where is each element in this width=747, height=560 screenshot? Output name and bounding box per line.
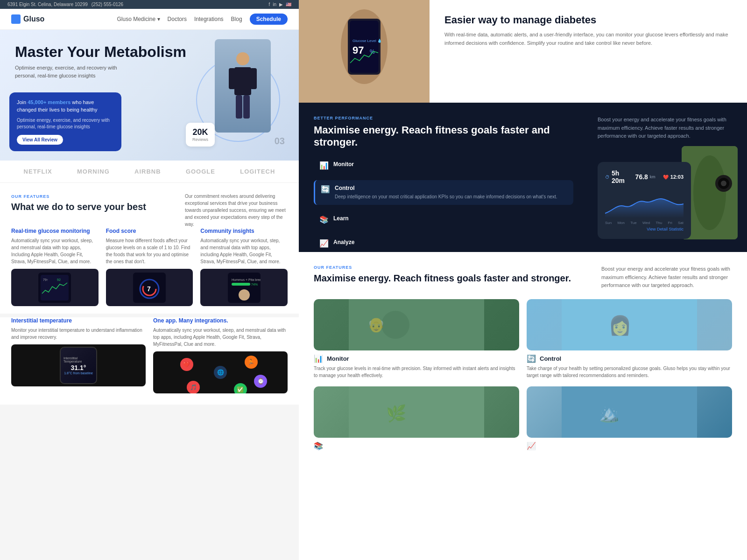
- logo-google: Google: [186, 168, 215, 175]
- nav-blog[interactable]: Blog: [231, 16, 242, 22]
- stats-chart: [605, 190, 684, 218]
- bottom-features: Interstitial temperature Monitor your in…: [0, 317, 299, 405]
- perf-item-analyze-title: Analyze: [333, 239, 354, 245]
- perf-item-learn-title: Learn: [333, 215, 349, 222]
- social-yt[interactable]: ▶: [279, 2, 283, 7]
- perf-item-learn[interactable]: 📚 Learn: [314, 210, 573, 229]
- feature2-monitor-img: 👴: [314, 299, 519, 350]
- feature2-control-img: 👩: [527, 299, 732, 350]
- perf-item-control[interactable]: 🔄 Control Deep intelligence on your most…: [314, 180, 573, 205]
- svg-point-0: [236, 52, 249, 65]
- phone: (252) 555-0126: [92, 2, 123, 7]
- feature-card-community-desc: Automatically sync your workout, step, a…: [200, 237, 288, 265]
- feature-card-glucose-desc: Automatically sync your workout, sleep, …: [11, 237, 99, 265]
- perf-item-analyze-content: Analyze: [333, 239, 354, 247]
- hero-badge: Join 45,000+ members who have changed th…: [9, 92, 121, 151]
- analyze-icon: 📈: [319, 239, 329, 248]
- svg-text:Hummus + Pita bread: Hummus + Pita bread: [232, 278, 261, 281]
- svg-rect-3: [250, 68, 257, 89]
- interstitial-temp: 31.1°: [71, 364, 86, 371]
- feature-interstitial: Interstitial temperature Monitor your in…: [11, 317, 146, 393]
- features-section: OUR FEATURES What we do to serve your be…: [0, 183, 299, 314]
- feature-card-glucose-img: 79↑ 92: [11, 269, 99, 306]
- hero-view-all-button[interactable]: View All Review: [17, 135, 63, 145]
- logo-icon: [11, 14, 21, 24]
- perf-content: BETTER PERFORMANCE Maximise energy. Reac…: [299, 103, 588, 252]
- perf-stats-wrapper: ⏱ 5h 20m 76.8 km ❤️ 12:03: [598, 146, 738, 239]
- svg-rect-5: [243, 95, 250, 119]
- feature-card-food-title: Food score: [106, 228, 193, 234]
- feature-card-community-img: Hummus + Pita bread 74%: [200, 269, 288, 306]
- hero-reviews-label: Reviews: [192, 137, 208, 142]
- feature-card-glucose-title: Real-time glucose monitoring: [11, 228, 99, 234]
- perf-item-learn-content: Learn: [333, 215, 349, 224]
- perf-item-control-content: Control Deep intelligence on your most c…: [335, 185, 557, 200]
- stats-day-thu: Thu: [655, 221, 662, 225]
- perf-item-monitor[interactable]: 📊 Monitor: [314, 156, 573, 175]
- perf-desc: Boost your energy and accelerate your fi…: [598, 116, 738, 140]
- monitor-icon: 📊: [319, 161, 329, 170]
- feature2-control-title: Control: [540, 355, 561, 362]
- perf-item-analyze[interactable]: 📈 Analyze: [314, 234, 573, 252]
- social-fb[interactable]: f: [268, 2, 270, 7]
- svg-rect-4: [236, 95, 242, 119]
- stat-distance-unit: km: [650, 175, 655, 179]
- nav-links: Gluso Medicine ▾ Doctors Integrations Bl…: [117, 14, 288, 25]
- feature2-card3-img: 🌿: [314, 386, 519, 438]
- int-circle-music: 🎵: [187, 381, 200, 393]
- perf-item-control-desc: Deep intelligence on your most critical …: [335, 193, 557, 200]
- feature2-monitor-icon: 📊: [314, 354, 323, 363]
- stat-time: ⏱ 5h 20m: [605, 169, 628, 184]
- social-in[interactable]: in: [273, 2, 276, 7]
- hero-slide-number: 03: [275, 136, 285, 147]
- svg-rect-16: [232, 283, 250, 286]
- logo-morning: MORNING: [77, 168, 110, 175]
- svg-text:Glucose Level 💧: Glucose Level 💧: [352, 38, 382, 43]
- feature2-control: 👩 🔄 Control Take charge of your health b…: [527, 299, 732, 379]
- stats-day-sat: Sat: [678, 221, 684, 225]
- nav-medicine[interactable]: Gluso Medicine ▾: [117, 16, 160, 22]
- features-grid: Real-time glucose monitoring Automatical…: [11, 228, 288, 306]
- perf-items: 📊 Monitor 🔄 Control Deep intelligence on…: [314, 156, 573, 252]
- hero-section: Master Your Metabolism Optimise energy, …: [0, 30, 299, 161]
- feature2-control-icon: 🔄: [527, 354, 536, 363]
- stat-heart-value: 12:03: [670, 174, 684, 180]
- perf-title: Maximise energy. Reach fitness goals fas…: [314, 124, 573, 149]
- perf-item-monitor-content: Monitor: [333, 161, 354, 169]
- stats-link[interactable]: View Detail Statistic: [605, 227, 684, 231]
- int-circle-watch: ⌚: [254, 375, 267, 388]
- interstitial-label: Interstitial Temperature: [63, 357, 93, 363]
- feature2-card4: 🏔️ 📈: [527, 386, 732, 450]
- diabetes-section: Glucose Level 💧 97 % Easier way to manag…: [299, 0, 747, 103]
- logo-text: Gluso: [23, 15, 44, 23]
- stats-card: ⏱ 5h 20m 76.8 km ❤️ 12:03: [598, 162, 691, 239]
- right-panel: Glucose Level 💧 97 % Easier way to manag…: [299, 0, 747, 560]
- hero-reviews-count: 20K: [192, 127, 208, 137]
- features2-tag: OUR FEATURES: [314, 265, 586, 270]
- svg-text:👴: 👴: [367, 316, 385, 333]
- nav: Gluso Gluso Medicine ▾ Doctors Integrati…: [0, 9, 299, 30]
- feature2-monitor: 👴 📊 Monitor Track your glucose levels in…: [314, 299, 519, 379]
- nav-schedule-button[interactable]: Schedule: [250, 14, 288, 25]
- stats-day-fri: Fri: [668, 221, 672, 225]
- top-bar-right: f in ▶ 🇺🇸: [268, 2, 291, 7]
- features2-grid: 👴 📊 Monitor Track your glucose levels in…: [314, 299, 732, 450]
- nav-integrations[interactable]: Integrations: [194, 16, 224, 22]
- int-circle-heart: ❤️: [180, 358, 193, 371]
- diabetes-title: Easier way to manage diabetes: [444, 14, 732, 26]
- feature-interstitial-img: Interstitial Temperature 31.1° 1.8°C fro…: [11, 344, 146, 386]
- perf-right: Boost your energy and accelerate your fi…: [588, 103, 747, 252]
- svg-rect-38: [562, 386, 697, 438]
- feature-card-community: Community insights Automatically sync yo…: [200, 228, 288, 306]
- features2-left: OUR FEATURES Maximise energy. Reach fitn…: [314, 265, 586, 290]
- feature2-card4-icon-row: 📈: [527, 441, 732, 450]
- logo-logitech: logitech: [240, 168, 275, 175]
- features2-section: OUR FEATURES Maximise energy. Reach fitn…: [299, 252, 747, 560]
- nav-logo[interactable]: Gluso: [11, 14, 44, 24]
- feature2-monitor-icon-row: 📊 Monitor: [314, 354, 519, 363]
- nav-doctors[interactable]: Doctors: [168, 16, 187, 22]
- diabetes-desc: With real-time data, automatic alerts, a…: [444, 31, 732, 47]
- stat-distance: 76.8 km: [635, 173, 655, 181]
- feature2-card3-icon-row: 📚: [314, 441, 519, 450]
- perf-tag: BETTER PERFORMANCE: [314, 116, 573, 120]
